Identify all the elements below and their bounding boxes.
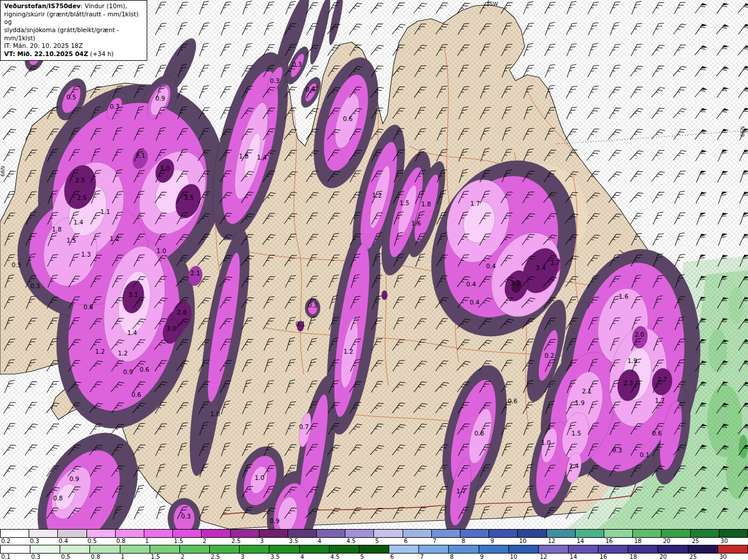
colorbar-cell bbox=[432, 529, 460, 538]
colorbar-cell bbox=[288, 529, 317, 538]
precip-max-label: 1.9 bbox=[575, 399, 585, 406]
precip-max-label: 1.7 bbox=[470, 200, 480, 207]
colorbar-tick-label: 5 bbox=[359, 554, 389, 560]
precip-max-label: 1.4 bbox=[74, 219, 84, 226]
colorbar-cell bbox=[691, 529, 719, 538]
colorbar-tick-label: 14 bbox=[569, 554, 598, 560]
legend-line-snow: slydda/snjókoma (grátt/bleikt/grænt - mm… bbox=[4, 26, 143, 42]
precip-max-label: 0.9 bbox=[270, 517, 280, 524]
colorbar-cell bbox=[658, 545, 688, 554]
colorbar-rain-band bbox=[0, 545, 748, 554]
precip-contour bbox=[382, 291, 387, 300]
colorbar-cell bbox=[330, 545, 359, 554]
precip-max-label: 0.9 bbox=[123, 368, 133, 375]
colorbar-cell bbox=[120, 545, 150, 554]
precip-max-label: 3.4 bbox=[536, 264, 546, 271]
colorbar-tick-label: 10 bbox=[508, 554, 538, 560]
colorbar-cell bbox=[662, 529, 690, 538]
precip-max-label: 1.2 bbox=[344, 348, 354, 355]
colorbar-tick-label: 30 bbox=[718, 554, 748, 560]
colorbar-cell bbox=[30, 545, 60, 554]
colorbar-tick-label: 1 bbox=[120, 554, 150, 560]
colorbar-cell bbox=[90, 545, 120, 554]
colorbar-cell bbox=[1, 529, 29, 538]
colorbar-cell bbox=[300, 545, 330, 554]
precip-max-label: 1.1 bbox=[101, 208, 110, 215]
colorbar-tick-label: 16 bbox=[598, 554, 628, 560]
colorbar-cell bbox=[29, 529, 58, 538]
colorbar-tick-label: 9 bbox=[479, 554, 508, 560]
title-line-1: Veðurstofan/IS750dev: Vindur (10m), bbox=[4, 2, 143, 11]
colorbar-tick-label: 8 bbox=[449, 554, 479, 560]
graticule-label: 15W bbox=[486, 1, 498, 7]
precip-max-label: 3.5 bbox=[184, 194, 194, 201]
precip-max-label: 1.7 bbox=[655, 397, 665, 404]
colorbar-cell bbox=[210, 545, 240, 554]
precip-max-label: 1.2 bbox=[95, 348, 105, 355]
colorbar-tick-label: 20 bbox=[662, 538, 690, 545]
colorbar-tick-label: 12 bbox=[539, 554, 569, 560]
colorbar-snow-band bbox=[0, 529, 748, 538]
colorbar-cell bbox=[547, 529, 576, 538]
colorbar-tick-label: 8 bbox=[460, 538, 489, 545]
colorbar-tick-label: 16 bbox=[604, 538, 633, 545]
colorbar-cell bbox=[240, 545, 269, 554]
init-time: IT: Mán. 20. 10. 2025 18Z bbox=[4, 42, 143, 50]
colorbar-cell bbox=[58, 529, 86, 538]
colorbar-tick-label: 0.5 bbox=[86, 538, 115, 545]
precip-max-label: 1.5 bbox=[400, 199, 410, 206]
colorbar-cell bbox=[231, 529, 259, 538]
graticule-label: 66N bbox=[740, 126, 746, 137]
colorbar-tick-label: 2 bbox=[179, 554, 209, 560]
precip-max-label: 3.0 bbox=[167, 325, 176, 332]
precip-max-label: 0.3 bbox=[308, 302, 318, 309]
colorbar-tick-label: 14 bbox=[576, 538, 604, 545]
colorbar-cell bbox=[489, 529, 518, 538]
colorbar-tick-label: 0.3 bbox=[29, 538, 57, 545]
colorbar-tick-label: 5 bbox=[374, 538, 403, 545]
precip-max-label: 2.7 bbox=[657, 376, 667, 383]
colorbar-cell bbox=[87, 529, 116, 538]
precip-max-label: 1.8 bbox=[52, 226, 62, 233]
colorbar-tick-label: 4 bbox=[299, 554, 329, 560]
colorbar-cell bbox=[345, 529, 374, 538]
colorbar-cell bbox=[688, 545, 718, 554]
precip-max-label: 2.1 bbox=[582, 388, 592, 395]
precip-max-label: 1.2 bbox=[118, 350, 128, 357]
colorbar-cell bbox=[539, 545, 569, 554]
variable-name: : Vindur (10m), bbox=[81, 2, 127, 9]
colorbar-cell bbox=[719, 529, 748, 538]
colorbar-cell bbox=[60, 545, 90, 554]
precip-max-label: 1.5 bbox=[572, 430, 581, 437]
colorbar-tick-label: 20 bbox=[658, 554, 688, 560]
precip-max-label: 1.6 bbox=[619, 293, 629, 300]
precip-max-label: 0.3 bbox=[270, 77, 280, 84]
precip-max-label: 0.5 bbox=[12, 261, 22, 268]
precip-max-label: 0.1 bbox=[640, 451, 650, 458]
precip-max-label: 1.3 bbox=[81, 251, 91, 258]
valid-time: VT: Mið. 22.10.2025 04Z bbox=[4, 50, 88, 57]
colorbar-tick-label: 2.5 bbox=[230, 538, 259, 545]
colorbar-cell bbox=[180, 545, 210, 554]
colorbar-tick-label: 0.1 bbox=[0, 554, 30, 560]
precip-max-label: 0.1 bbox=[296, 320, 306, 327]
precip-max-label: 0.8 bbox=[53, 495, 63, 502]
colorbar-cell bbox=[259, 529, 288, 538]
colorbar-tick-label: 25 bbox=[691, 538, 719, 545]
colorbar-tick-label: 30 bbox=[719, 538, 748, 545]
precip-max-label: 0.6 bbox=[84, 303, 94, 310]
precip-max-label: 0.3 bbox=[30, 282, 40, 289]
colorbar-cell bbox=[633, 529, 662, 538]
precip-max-label: 0.6 bbox=[343, 115, 353, 122]
colorbar-cell bbox=[604, 529, 633, 538]
precip-max-label: 2.1 bbox=[191, 269, 200, 276]
colorbar-tick-label: 3 bbox=[240, 554, 269, 560]
colorbar-tick-label: 25 bbox=[688, 554, 718, 560]
precip-max-label: 0.3 bbox=[292, 61, 302, 68]
colorbar-cell bbox=[403, 529, 432, 538]
precip-max-label: 2.8 bbox=[177, 309, 187, 316]
colorbar-tick-label: 0.8 bbox=[90, 554, 120, 560]
precip-max-label: 1.0 bbox=[157, 247, 167, 254]
precip-max-label: 0.3 bbox=[110, 103, 120, 110]
colorbar-cell bbox=[1, 545, 30, 554]
